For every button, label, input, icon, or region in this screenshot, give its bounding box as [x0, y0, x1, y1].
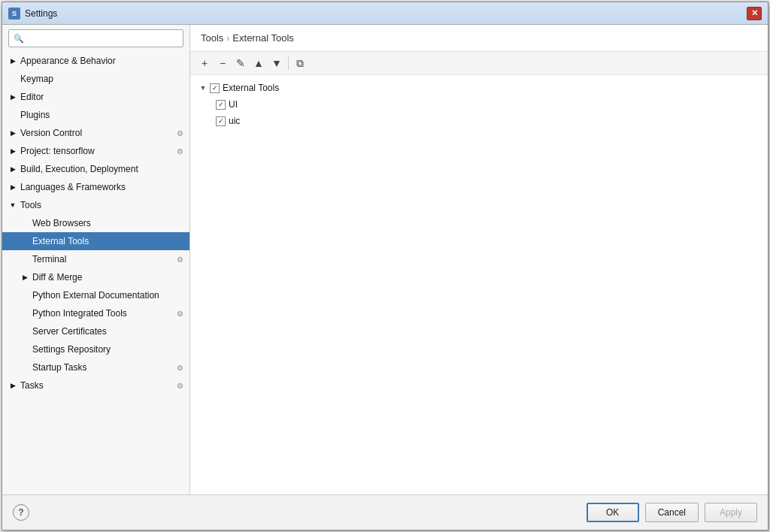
nav-tree: ▶ Appearance & Behavior Keymap ▶ Editor …	[2, 52, 189, 494]
chevron-right-icon: ▶	[8, 56, 17, 65]
toolbar: + − ✎ ▲ ▼ ⧉	[190, 52, 768, 75]
chevron-right-icon: ▶	[8, 183, 17, 192]
dialog-body: 🔍 ▶ Appearance & Behavior Keymap ▶	[2, 25, 768, 494]
sidebar-item-editor[interactable]: ▶ Editor	[2, 88, 189, 106]
spacer	[8, 74, 17, 83]
spacer	[20, 345, 29, 354]
sidebar-item-build[interactable]: ▶ Build, Execution, Deployment	[2, 160, 189, 178]
toolbar-separator	[288, 56, 289, 70]
spacer	[20, 327, 29, 336]
breadcrumb: Tools › External Tools	[190, 25, 768, 52]
sidebar-item-startup-tasks[interactable]: Startup Tasks ⚙	[2, 358, 189, 376]
search-input[interactable]	[27, 33, 178, 44]
spacer	[20, 291, 29, 300]
search-icon: 🔍	[14, 34, 24, 44]
edit-button[interactable]: ✎	[232, 55, 249, 71]
sidebar-item-python-int-tools[interactable]: Python Integrated Tools ⚙	[2, 304, 189, 322]
tree-root-label: External Tools	[223, 83, 279, 93]
settings-badge: ⚙	[177, 129, 183, 138]
spacer	[20, 237, 29, 246]
close-button[interactable]: ✕	[747, 7, 762, 20]
tree-checkbox-external-tools[interactable]: ✓	[210, 83, 220, 93]
sidebar-item-web-browsers[interactable]: Web Browsers	[2, 214, 189, 232]
cancel-button[interactable]: Cancel	[645, 503, 699, 522]
help-button[interactable]: ?	[13, 504, 29, 521]
main-content: Tools › External Tools + − ✎ ▲ ▼ ⧉ ▼	[190, 25, 768, 494]
copy-button[interactable]: ⧉	[292, 55, 308, 71]
dialog-footer: ? OK Cancel Apply	[2, 494, 768, 530]
chevron-right-icon: ▶	[8, 165, 17, 174]
app-icon: S	[8, 8, 20, 20]
breadcrumb-tools: Tools	[201, 32, 223, 44]
remove-button[interactable]: −	[214, 55, 231, 71]
sidebar-item-python-ext-doc[interactable]: Python External Documentation	[2, 286, 189, 304]
sidebar-item-project[interactable]: ▶ Project: tensorflow ⚙	[2, 142, 189, 160]
settings-dialog: S Settings ✕ 🔍 ▶ Appearance & Behavior	[2, 2, 768, 530]
settings-badge: ⚙	[177, 310, 183, 318]
move-up-button[interactable]: ▲	[250, 55, 267, 71]
tree-node-uic-label: uic	[229, 116, 240, 126]
settings-badge: ⚙	[177, 255, 183, 264]
spacer	[20, 363, 29, 372]
ok-button[interactable]: OK	[587, 503, 639, 522]
tree-node-ui[interactable]: ✓ UI	[195, 96, 763, 113]
sidebar-item-tools[interactable]: ▼ Tools	[2, 196, 189, 214]
sidebar-item-keymap[interactable]: Keymap	[2, 70, 189, 88]
sidebar-item-appearance[interactable]: ▶ Appearance & Behavior	[2, 52, 189, 70]
tree-area: ▼ ✓ External Tools ✓ UI ✓	[190, 75, 768, 494]
chevron-right-icon: ▶	[8, 128, 17, 138]
breadcrumb-external-tools: External Tools	[232, 32, 293, 44]
chevron-right-icon: ▶	[20, 273, 29, 282]
chevron-right-icon: ▶	[8, 147, 17, 156]
tree-checkbox-uic[interactable]: ✓	[216, 116, 226, 126]
chevron-right-icon: ▶	[8, 92, 17, 101]
spacer	[8, 110, 17, 119]
window-title: Settings	[25, 8, 747, 19]
sidebar-item-diff-merge[interactable]: ▶ Diff & Merge	[2, 268, 189, 286]
sidebar-item-server-certs[interactable]: Server Certificates	[2, 322, 189, 340]
tree-node-ui-label: UI	[229, 99, 238, 110]
sidebar-item-plugins[interactable]: Plugins	[2, 106, 189, 124]
spacer	[20, 255, 29, 264]
expand-arrow-icon: ▼	[198, 83, 208, 93]
sidebar-item-tasks[interactable]: ▶ Tasks ⚙	[2, 376, 189, 394]
sidebar-item-external-tools[interactable]: External Tools	[2, 232, 189, 250]
add-button[interactable]: +	[196, 55, 213, 71]
spacer	[20, 309, 29, 318]
sidebar-item-terminal[interactable]: Terminal ⚙	[2, 250, 189, 268]
sidebar-item-languages[interactable]: ▶ Languages & Frameworks	[2, 178, 189, 196]
settings-badge: ⚙	[177, 364, 183, 372]
apply-button[interactable]: Apply	[705, 503, 757, 522]
sidebar-item-settings-repo[interactable]: Settings Repository	[2, 340, 189, 358]
tree-node-uic[interactable]: ✓ uic	[195, 113, 763, 129]
spacer	[20, 219, 29, 228]
move-down-button[interactable]: ▼	[268, 55, 285, 71]
title-bar: S Settings ✕	[2, 2, 768, 25]
settings-badge: ⚙	[177, 147, 183, 156]
breadcrumb-separator: ›	[226, 33, 229, 44]
search-box[interactable]: 🔍	[8, 29, 183, 47]
chevron-down-icon: ▼	[8, 201, 17, 210]
tree-root-external-tools[interactable]: ▼ ✓ External Tools	[195, 80, 763, 96]
chevron-right-icon: ▶	[8, 381, 17, 390]
tree-checkbox-ui[interactable]: ✓	[216, 100, 226, 110]
sidebar: 🔍 ▶ Appearance & Behavior Keymap ▶	[2, 25, 190, 494]
settings-badge: ⚙	[177, 382, 183, 390]
sidebar-item-version-control[interactable]: ▶ Version Control ⚙	[2, 124, 189, 142]
